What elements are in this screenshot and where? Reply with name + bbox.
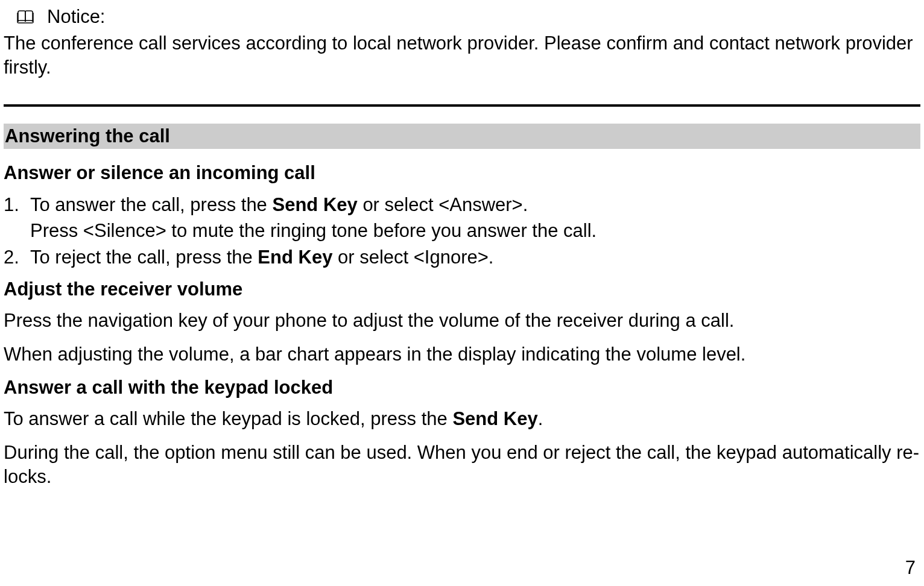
paragraph: To answer a call while the keypad is loc… [4,407,920,431]
list-number: 2. [4,245,30,270]
page-number: 7 [905,557,916,579]
subheading-adjust-volume: Adjust the receiver volume [4,279,920,300]
section-header: Answering the call [4,124,920,149]
subheading-keypad-locked: Answer a call with the keypad locked [4,377,920,399]
list-item: 2. To reject the call, press the End Key… [4,245,920,270]
list-number: 1. [4,192,30,218]
subheading-answer-silence: Answer or silence an incoming call [4,162,920,184]
paragraph: During the call, the option menu still c… [4,441,920,490]
text-fragment: or select <Ignore>. [332,247,493,268]
book-icon [17,10,34,24]
text-fragment: . [538,408,543,429]
text-fragment: To answer the call, press the [30,194,272,215]
send-key-text: Send Key [272,194,357,215]
notice-text: The conference call services according t… [4,31,920,80]
section-divider [4,104,920,107]
send-key-text: Send Key [452,408,537,429]
notice-label: Notice: [47,6,105,28]
text-fragment: To answer a call while the keypad is loc… [4,408,452,429]
numbered-list: 1. To answer the call, press the Send Ke… [4,192,920,271]
paragraph: When adjusting the volume, a bar chart a… [4,342,920,367]
list-item: 1. To answer the call, press the Send Ke… [4,192,920,218]
notice-row: Notice: [4,6,920,28]
text-fragment: To reject the call, press the [30,247,258,268]
list-body: To answer the call, press the Send Key o… [30,192,920,218]
end-key-text: End Key [258,247,332,268]
text-fragment: or select <Answer>. [358,194,528,215]
paragraph: Press the navigation key of your phone t… [4,309,920,333]
list-body: To reject the call, press the End Key or… [30,245,920,270]
list-sub-line: Press <Silence> to mute the ringing tone… [4,218,920,244]
